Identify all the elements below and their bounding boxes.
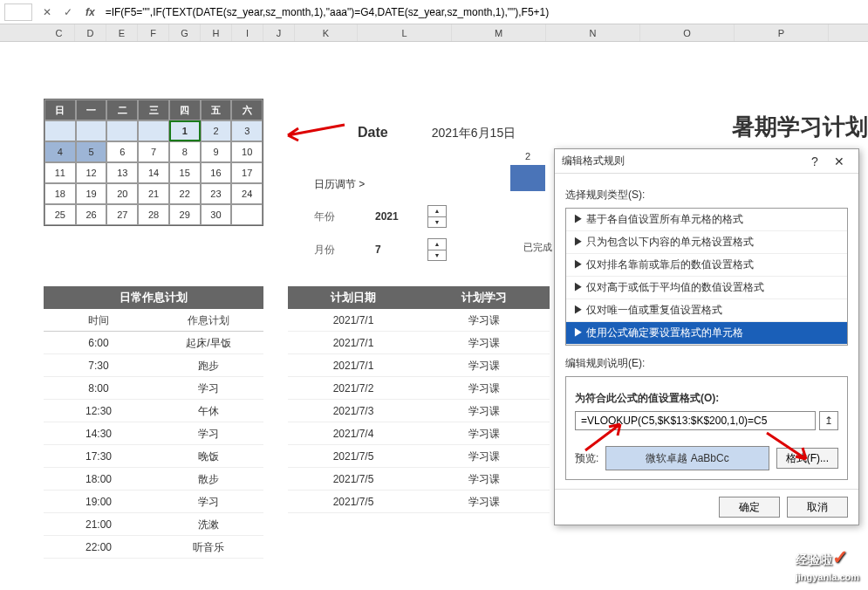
spinner-down-icon[interactable]: ▼	[428, 217, 446, 228]
cal-cell[interactable]: 6	[106, 141, 138, 162]
formula-bar: ✕ ✓ fx	[0, 0, 868, 24]
formula-input[interactable]	[102, 3, 864, 21]
arrow-annotation-icon	[279, 116, 349, 142]
cal-cell[interactable]: 22	[169, 183, 201, 204]
table-row[interactable]: 2021/7/5学习课	[288, 468, 550, 491]
rule-type-item[interactable]: ▶ 仅对唯一值或重复值设置格式	[566, 299, 847, 322]
cal-head: 三	[138, 99, 169, 120]
col-header[interactable]: F	[138, 24, 169, 41]
table-row[interactable]: 2021/7/5学习课	[288, 445, 550, 468]
cal-cell[interactable]	[138, 120, 169, 141]
cal-cell[interactable]: 19	[76, 183, 107, 204]
cancel-button[interactable]: 取消	[787, 497, 848, 518]
cal-cell[interactable]: 4	[44, 141, 76, 162]
col-header[interactable]: N	[546, 24, 640, 41]
rule-type-item[interactable]: ▶ 仅对高于或低于平均值的数值设置格式	[566, 277, 847, 299]
cancel-formula-icon[interactable]: ✕	[38, 3, 56, 21]
accept-formula-icon[interactable]: ✓	[59, 3, 77, 21]
column-headers: C D E F G H I J K L M N O P	[0, 24, 868, 42]
month-value: 7	[375, 244, 427, 256]
fx-label[interactable]: fx	[85, 6, 95, 18]
col-header[interactable]: I	[232, 24, 263, 41]
close-icon[interactable]: ✕	[827, 154, 851, 168]
cal-cell[interactable]: 28	[138, 204, 169, 225]
spinner-up-icon[interactable]: ▲	[428, 206, 446, 217]
cal-cell[interactable]: 7	[138, 141, 169, 162]
cal-cell[interactable]: 29	[169, 204, 201, 225]
cal-cell[interactable]	[76, 120, 107, 141]
range-select-icon[interactable]: ↥	[819, 411, 838, 430]
table-row[interactable]: 19:00学习	[44, 491, 263, 513]
table-row[interactable]: 22:00听音乐	[44, 536, 263, 559]
col-header[interactable]: H	[201, 24, 232, 41]
table-row[interactable]: 2021/7/1学习课	[288, 332, 550, 354]
col-header[interactable]: L	[358, 24, 452, 41]
cal-cell[interactable]: 12	[76, 162, 107, 183]
col-header[interactable]: C	[44, 24, 75, 41]
cal-cell[interactable]: 27	[106, 204, 138, 225]
table-row[interactable]: 12:30午休	[44, 400, 263, 422]
col-header[interactable]: G	[169, 24, 201, 41]
table-row[interactable]: 14:30学习	[44, 422, 263, 445]
schedule-table: 日常作息计划 时间 作息计划 6:00起床/早饭 7:30跑步 8:00学习 1…	[44, 286, 263, 559]
cal-cell[interactable]: 11	[44, 162, 76, 183]
cal-cell[interactable]: 3	[231, 120, 263, 141]
col-header[interactable]: D	[75, 24, 106, 41]
cal-cell[interactable]: 30	[201, 204, 232, 225]
rule-type-item[interactable]: ▶ 基于各自值设置所有单元格的格式	[566, 209, 847, 231]
name-box[interactable]	[4, 3, 32, 21]
table-row[interactable]: 6:00起床/早饭	[44, 332, 263, 354]
cal-cell[interactable]: 20	[106, 183, 138, 204]
dialog-titlebar[interactable]: 编辑格式规则 ? ✕	[555, 149, 858, 174]
cal-cell[interactable]: 2	[201, 120, 232, 141]
table-row[interactable]: 2021/7/4学习课	[288, 422, 550, 445]
col-header[interactable]: K	[295, 24, 358, 41]
cal-cell[interactable]: 26	[76, 204, 107, 225]
table-row[interactable]: 8:00学习	[44, 377, 263, 400]
table-row[interactable]: 18:00散步	[44, 468, 263, 491]
rule-type-list: ▶ 基于各自值设置所有单元格的格式 ▶ 只为包含以下内容的单元格设置格式 ▶ 仅…	[565, 208, 848, 346]
table-row[interactable]: 2021/7/3学习课	[288, 400, 550, 422]
cal-cell[interactable]: 23	[201, 183, 232, 204]
table-row[interactable]: 17:30晚饭	[44, 445, 263, 468]
rule-type-item[interactable]: ▶ 仅对排名靠前或靠后的数值设置格式	[566, 254, 847, 277]
cal-cell[interactable]: 13	[106, 162, 138, 183]
rule-type-item[interactable]: ▶ 只为包含以下内容的单元格设置格式	[566, 231, 847, 254]
cal-cell[interactable]	[106, 120, 138, 141]
cal-cell[interactable]: 10	[231, 141, 263, 162]
table-row[interactable]: 2021/7/1学习课	[288, 309, 550, 332]
cal-cell[interactable]: 17	[231, 162, 263, 183]
cal-cell-selected[interactable]: 1	[169, 120, 201, 141]
cal-head: 五	[201, 99, 232, 120]
col-header[interactable]: M	[452, 24, 546, 41]
spinner-up-icon[interactable]: ▲	[428, 239, 446, 250]
rule-type-item-selected[interactable]: ▶ 使用公式确定要设置格式的单元格	[566, 322, 847, 345]
col-header[interactable]: O	[640, 24, 735, 41]
col-header[interactable]: P	[735, 24, 829, 41]
cal-cell[interactable]: 18	[44, 183, 76, 204]
table-row[interactable]: 2021/7/2学习课	[288, 377, 550, 400]
month-spinner[interactable]: ▲▼	[427, 238, 447, 261]
col-header[interactable]: E	[106, 24, 138, 41]
cal-cell[interactable]: 24	[231, 183, 263, 204]
cal-cell[interactable]: 25	[44, 204, 76, 225]
cal-cell[interactable]: 21	[138, 183, 169, 204]
table-row[interactable]: 2021/7/5学习课	[288, 491, 550, 513]
cal-head: 六	[231, 99, 263, 120]
table-row[interactable]: 2021/7/1学习课	[288, 354, 550, 377]
ok-button[interactable]: 确定	[719, 497, 780, 518]
col-header[interactable]: J	[263, 24, 295, 41]
cal-cell[interactable]: 8	[169, 141, 201, 162]
cal-cell[interactable]: 15	[169, 162, 201, 183]
cal-cell[interactable]: 16	[201, 162, 232, 183]
cal-cell[interactable]: 9	[201, 141, 232, 162]
table-row[interactable]: 21:00洗漱	[44, 513, 263, 536]
cal-cell[interactable]: 5	[76, 141, 107, 162]
cal-cell[interactable]	[44, 120, 76, 141]
year-spinner[interactable]: ▲▼	[427, 205, 447, 228]
cal-cell[interactable]	[231, 204, 263, 225]
help-icon[interactable]: ?	[803, 154, 827, 168]
cal-cell[interactable]: 14	[138, 162, 169, 183]
spinner-down-icon[interactable]: ▼	[428, 250, 446, 261]
table-row[interactable]: 7:30跑步	[44, 354, 263, 377]
